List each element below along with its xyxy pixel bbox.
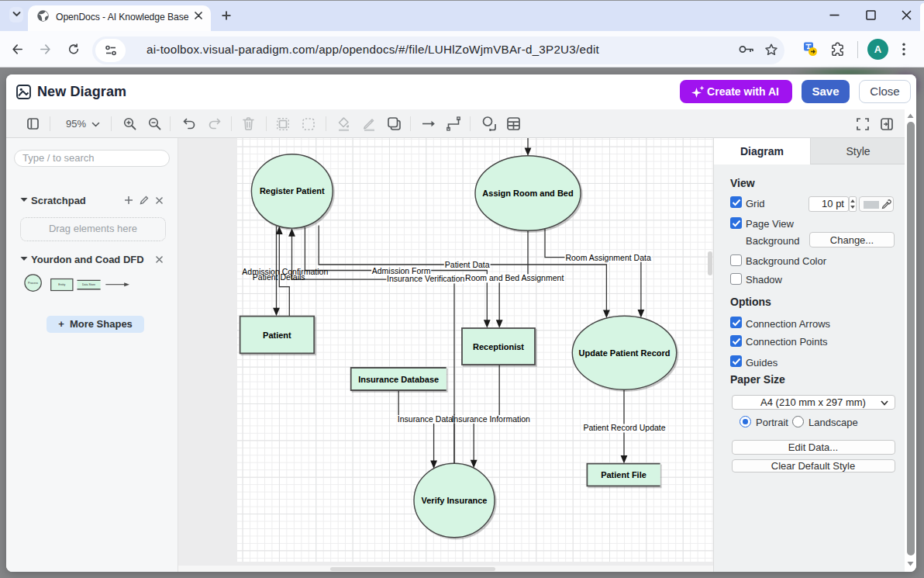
- svg-text:Insurance Information: Insurance Information: [451, 414, 530, 424]
- svg-text:Assign Room and Bed: Assign Room and Bed: [482, 189, 573, 198]
- svg-text:Verify Insurance: Verify Insurance: [422, 496, 488, 505]
- svg-text:Patient Record Update: Patient Record Update: [583, 423, 665, 432]
- svg-text:Register Patient: Register Patient: [260, 186, 325, 196]
- svg-text:Entity: Entity: [58, 283, 65, 286]
- svg-text:Patient Data: Patient Data: [445, 260, 490, 269]
- svg-text:Patient: Patient: [263, 331, 291, 340]
- svg-text:Insurance Database: Insurance Database: [358, 375, 439, 384]
- svg-text:Data Store: Data Store: [82, 283, 95, 286]
- svg-text:Room Assignment Data: Room Assignment Data: [565, 253, 650, 262]
- svg-text:Process: Process: [28, 282, 38, 285]
- svg-text:Room and Bed Assignment: Room and Bed Assignment: [465, 273, 564, 282]
- svg-text:Insurance Verification: Insurance Verification: [387, 274, 465, 283]
- svg-text:Patient Details: Patient Details: [253, 272, 305, 282]
- svg-text:Insurance Data: Insurance Data: [398, 414, 453, 424]
- svg-text:Receptionist: Receptionist: [473, 342, 524, 351]
- svg-text:Patient File: Patient File: [601, 470, 646, 479]
- svg-text:Update Patient Record: Update Patient Record: [579, 348, 671, 358]
